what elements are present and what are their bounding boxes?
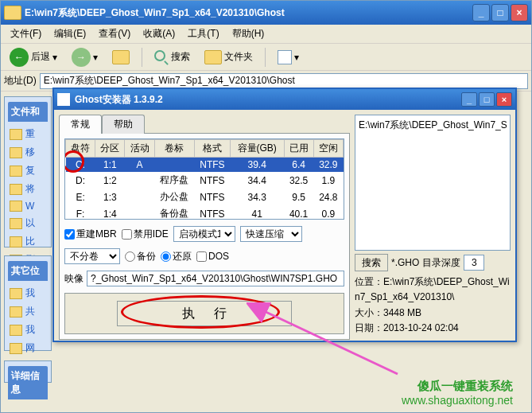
up-button[interactable] <box>107 48 135 67</box>
task-icon <box>10 236 22 247</box>
task-icon <box>10 184 22 195</box>
gho-file-list[interactable]: E:\win7系统\DEEP_Ghost_Win7_Sp <box>355 115 511 251</box>
menu-file[interactable]: 文件(F) <box>4 25 48 42</box>
place-item[interactable]: 我 <box>8 284 48 302</box>
col-fs[interactable]: 格式 <box>195 140 231 158</box>
folders-icon <box>204 50 222 64</box>
menu-tools[interactable]: 工具(T) <box>181 25 225 42</box>
place-item[interactable]: 共 <box>8 302 48 321</box>
views-button[interactable]: ▾ <box>272 48 305 67</box>
place-icon <box>10 288 22 299</box>
folders-button[interactable]: 文件夹 <box>199 48 258 67</box>
place-icon <box>10 306 22 318</box>
task-icon <box>10 166 22 177</box>
forward-icon: → <box>72 48 91 67</box>
table-row[interactable]: F:1:4备份盘NTFS4140.10.9 <box>66 205 344 220</box>
maximize-button[interactable]: □ <box>491 4 509 21</box>
col-cap[interactable]: 容量(GB) <box>230 140 284 158</box>
table-row[interactable]: E:1:3办公盘NTFS34.39.524.8 <box>66 189 344 205</box>
col-label[interactable]: 卷标 <box>154 140 194 158</box>
select-compression[interactable]: 快速压缩 <box>240 226 302 242</box>
close-button[interactable]: × <box>511 4 528 21</box>
col-active[interactable]: 活动 <box>125 140 154 158</box>
search-icon <box>154 50 169 64</box>
search-label: 搜索 <box>171 50 190 64</box>
back-icon: ← <box>10 48 29 67</box>
toolbar: ← 后退 ▾ → ▾ 搜索 文件夹 ▾ <box>1 44 531 71</box>
menu-edit[interactable]: 编辑(E) <box>48 25 92 42</box>
ghost-title: Ghost安装器 1.3.9.2 <box>75 93 461 107</box>
execute-button[interactable]: 执行 <box>117 301 292 326</box>
tab-help[interactable]: 帮助 <box>102 115 145 134</box>
image-label: 映像 <box>64 272 83 286</box>
loc-label: 位置： <box>355 276 383 287</box>
task-item[interactable]: 比 <box>8 232 48 251</box>
image-path-input[interactable] <box>87 271 344 286</box>
separator <box>142 48 142 67</box>
ghost-minimize-button[interactable]: _ <box>461 92 477 107</box>
checkbox-disable-ide[interactable]: 禁用IDE <box>122 228 169 241</box>
task-item[interactable]: 以 <box>8 214 48 232</box>
date-value: 2013-10-24 02:04 <box>383 322 459 333</box>
ghost-dialog: Ghost安装器 1.3.9.2 _ □ × 常规 帮助 盘符 分区 活 <box>52 88 517 342</box>
up-folder-icon <box>112 50 130 64</box>
folder-icon <box>4 6 21 20</box>
search-button[interactable]: 搜索 <box>149 48 196 67</box>
right-panel: E:\win7系统\DEEP_Ghost_Win7_Sp 搜索 *.GHO 目录… <box>355 115 511 336</box>
task-item[interactable]: W <box>8 198 48 214</box>
col-part[interactable]: 分区 <box>95 140 125 158</box>
tab-normal[interactable]: 常规 <box>59 115 102 134</box>
depth-input[interactable] <box>464 255 484 271</box>
place-item[interactable]: 我 <box>8 321 48 339</box>
task-icon <box>10 147 22 158</box>
disk-table[interactable]: 盘符 分区 活动 卷标 格式 容量(GB) 已用 空闲 C:1:1ANTFS39… <box>65 139 344 220</box>
checkbox-dos[interactable]: DOS <box>196 251 229 262</box>
date-label: 日期： <box>355 322 383 333</box>
info-block: 位置：E:\win7系统\DEEP_Ghost_Win7_Sp1_x64_V20… <box>355 275 511 336</box>
menu-help[interactable]: 帮助(H) <box>226 25 271 42</box>
menu-fav[interactable]: 收藏(A) <box>137 25 181 42</box>
address-input[interactable] <box>40 73 528 89</box>
place-item[interactable]: 网 <box>8 339 48 357</box>
col-drive[interactable]: 盘符 <box>66 140 95 158</box>
disk-table-container: 盘符 分区 活动 卷标 格式 容量(GB) 已用 空闲 C:1:1ANTFS39… <box>64 138 344 220</box>
address-label: 地址(D) <box>4 74 37 88</box>
details-panel: 详细信息 <box>4 360 52 383</box>
ghost-maximize-button[interactable]: □ <box>479 92 495 107</box>
tab-panel: 盘符 分区 活动 卷标 格式 容量(GB) 已用 空闲 C:1:1ANTFS39… <box>59 133 350 340</box>
tasks-panel: 文件和 重 移 复 将 W 以 比 删 <box>4 96 52 247</box>
execute-panel: 执行 <box>64 293 344 334</box>
explorer-titlebar[interactable]: E:\win7系统\DEEP_Ghost_Win7_Sp1_x64_V20131… <box>1 1 531 25</box>
table-row[interactable]: D:1:2程序盘NTFS34.432.51.9 <box>66 172 344 189</box>
menu-view[interactable]: 查看(V) <box>92 25 137 42</box>
chevron-down-icon: ▾ <box>52 52 57 63</box>
task-icon <box>10 201 22 212</box>
list-item[interactable]: E:\win7系统\DEEP_Ghost_Win7_Sp <box>359 119 507 132</box>
ghost-close-button[interactable]: × <box>496 92 512 107</box>
task-item[interactable]: 复 <box>8 162 48 180</box>
task-item[interactable]: 重 <box>8 125 48 143</box>
select-novolume[interactable]: 不分卷 <box>64 248 120 264</box>
folders-label: 文件夹 <box>224 50 253 64</box>
select-boot-mode[interactable]: 启动模式1 <box>173 226 235 242</box>
ghost-titlebar[interactable]: Ghost安装器 1.3.9.2 _ □ × <box>54 89 515 110</box>
back-button[interactable]: ← 后退 ▾ <box>4 45 63 69</box>
minimize-button[interactable]: _ <box>472 4 490 21</box>
radio-backup[interactable]: 备份 <box>125 250 156 263</box>
menu-bar: 文件(F) 编辑(E) 查看(V) 收藏(A) 工具(T) 帮助(H) <box>1 25 531 44</box>
table-row[interactable]: C:1:1ANTFS39.46.432.9 <box>66 158 344 173</box>
options-row-1: 重建MBR 禁用IDE 启动模式1 快速压缩 <box>64 226 344 242</box>
search-row: 搜索 *.GHO 目录深度 <box>355 254 511 271</box>
radio-restore[interactable]: 还原 <box>161 250 192 263</box>
tab-strip: 常规 帮助 <box>59 115 350 134</box>
task-item[interactable]: 将 <box>8 180 48 198</box>
forward-button[interactable]: → ▾ <box>66 45 103 69</box>
checkbox-rebuild-mbr[interactable]: 重建MBR <box>64 228 117 241</box>
task-item[interactable]: 移 <box>8 143 48 162</box>
col-used[interactable]: 已用 <box>284 140 313 158</box>
size-label: 大小： <box>355 307 383 318</box>
col-free[interactable]: 空闲 <box>313 140 343 158</box>
separator <box>265 48 266 67</box>
search-gho-button[interactable]: 搜索 <box>355 254 388 271</box>
place-icon <box>10 343 22 354</box>
